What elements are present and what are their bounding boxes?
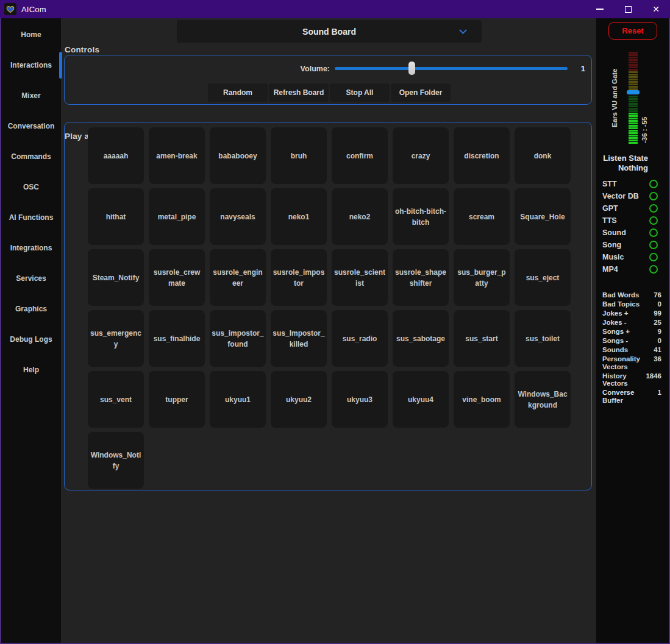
sound-button-windows-background[interactable]: Windows_Background <box>515 371 571 428</box>
chevron-down-icon <box>459 26 467 34</box>
titlebar[interactable]: AICom ✕ <box>0 0 670 18</box>
status-indicator-icon <box>649 241 658 249</box>
sidebar-item-interactions[interactable]: Interactions <box>1 50 61 80</box>
sidebar-item-integrations[interactable]: Integrations <box>1 233 61 263</box>
close-icon: ✕ <box>652 5 660 13</box>
sidebar-item-graphics[interactable]: Graphics <box>1 294 61 324</box>
stat-label: Jokes + <box>602 310 629 317</box>
sound-button-ukyuu3[interactable]: ukyuu3 <box>332 371 388 428</box>
refresh-board-button[interactable]: Refresh Board <box>269 83 329 102</box>
volume-slider-track[interactable] <box>335 67 568 70</box>
app-logo-icon <box>4 3 16 15</box>
status-indicator-icon <box>649 192 658 200</box>
stat-row-bad-words: Bad Words76 <box>596 291 669 299</box>
minimize-button[interactable] <box>586 0 614 18</box>
meter-segment <box>629 105 638 107</box>
sidebar-item-mixer[interactable]: Mixer <box>1 80 61 111</box>
sound-button-sus-emergency[interactable]: sus_emergency <box>88 310 144 367</box>
sound-button-sus-radio[interactable]: sus_radio <box>332 310 388 367</box>
window-title: AICom <box>21 5 46 14</box>
maximize-button[interactable] <box>614 0 642 18</box>
sound-button-vine-boom[interactable]: vine_boom <box>454 371 510 428</box>
sound-button-confirm[interactable]: confirm <box>332 127 388 184</box>
sound-button-sus-toilet[interactable]: sus_toilet <box>515 310 571 367</box>
sound-button-ukyuu1[interactable]: ukyuu1 <box>210 371 266 428</box>
sound-button-aaaaah[interactable]: aaaaah <box>88 127 144 184</box>
sound-button-tupper[interactable]: tupper <box>149 371 205 428</box>
listen-state-value: Nothing <box>596 163 648 173</box>
sound-button-neko2[interactable]: neko2 <box>332 188 388 245</box>
sound-button-susrole-engineer[interactable]: susrole_engineer <box>210 249 266 306</box>
stop-all-button[interactable]: Stop All <box>330 83 390 102</box>
sound-button-susrole-crewmate[interactable]: susrole_crewmate <box>149 249 205 306</box>
sound-button-susrole-scientist[interactable]: susrole_scientist <box>332 249 388 306</box>
sound-button-ukyuu4[interactable]: ukyuu4 <box>393 371 449 428</box>
sidebar-item-home[interactable]: Home <box>1 19 61 50</box>
sidebar-item-debug-logs[interactable]: Debug Logs <box>1 324 61 355</box>
sidebar-item-osc[interactable]: OSC <box>1 172 61 202</box>
sound-button-oh-bitch-bitch-bitch[interactable]: oh-bitch-bitch-bitch <box>393 188 449 245</box>
listen-state-label: Listen State <box>596 154 648 163</box>
sound-button-sus-vent[interactable]: sus_vent <box>88 371 144 428</box>
board-selector-dropdown[interactable]: Sound Board <box>177 20 482 43</box>
status-label: TTS <box>602 216 617 225</box>
close-button[interactable]: ✕ <box>642 0 670 18</box>
sound-button-amen-break[interactable]: amen-break <box>149 127 205 184</box>
sidebar-item-commands[interactable]: Commands <box>1 141 61 172</box>
status-row-tts: TTS <box>596 214 669 227</box>
sound-button-ukyuu2[interactable]: ukyuu2 <box>271 371 327 428</box>
sound-button-metal-pipe[interactable]: metal_pipe <box>149 188 205 245</box>
sidebar-item-label: Integrations <box>10 244 52 252</box>
sound-button-sus-start[interactable]: sus_start <box>454 310 510 367</box>
sound-button-sus-sabotage[interactable]: sus_sabotage <box>393 310 449 367</box>
sound-button-susrole-shapeshifter[interactable]: susrole_shapeshifter <box>393 249 449 306</box>
sidebar-item-help[interactable]: Help <box>1 355 61 385</box>
status-row-vector-db: Vector DB <box>596 190 669 202</box>
sound-button-bruh[interactable]: bruh <box>271 127 327 184</box>
sound-button-crazy[interactable]: crazy <box>393 127 449 184</box>
meter-segment <box>629 98 638 100</box>
stat-value: 76 <box>654 291 661 299</box>
sound-button-bababooey[interactable]: bababooey <box>210 127 266 184</box>
sidebar-item-ai-functions[interactable]: AI Functions <box>1 202 61 233</box>
status-label: Song <box>602 241 621 249</box>
status-row-song: Song <box>596 239 669 251</box>
sound-button-square-hole[interactable]: Square_Hole <box>515 188 571 245</box>
sound-button-sus-impostor-found[interactable]: sus_impostor_found <box>210 310 266 367</box>
stat-row-personality-vectors: Personality Vectors36 <box>596 355 669 370</box>
sidebar-item-conversation[interactable]: Conversation <box>1 111 61 141</box>
sound-button-discretion[interactable]: discretion <box>454 127 510 184</box>
sound-button-sus-eject[interactable]: sus_eject <box>515 249 571 306</box>
sound-button-susrole-impostor[interactable]: susrole_impostor <box>271 249 327 306</box>
meter-segment <box>629 62 638 63</box>
sidebar-item-services[interactable]: Services <box>1 263 61 294</box>
volume-slider-handle[interactable] <box>408 62 415 75</box>
sound-button-windows-notify[interactable]: Windows_Notify <box>88 432 144 489</box>
stat-value: 25 <box>654 319 661 327</box>
sound-button-hithat[interactable]: hithat <box>88 188 144 245</box>
status-label: Sound <box>602 228 626 237</box>
active-indicator <box>59 52 62 79</box>
sound-button-navyseals[interactable]: navyseals <box>210 188 266 245</box>
app-window: AICom ✕ HomeInteractionsMixerConversatio… <box>0 0 670 644</box>
volume-slider[interactable] <box>335 62 568 75</box>
meter-segment <box>629 101 638 102</box>
random-button[interactable]: Random <box>208 83 268 102</box>
open-folder-button[interactable]: Open Folder <box>391 83 451 102</box>
stat-value: 9 <box>658 328 661 336</box>
sound-button-sus-impostor-killed[interactable]: sus_Impostor_killed <box>271 310 327 367</box>
controls-group-title: Controls <box>65 45 99 54</box>
sound-button-scream[interactable]: scream <box>454 188 510 245</box>
sound-button-sus-burger-patty[interactable]: sus_burger_patty <box>454 249 510 306</box>
sound-button-sus-finalhide[interactable]: sus_finalhide <box>149 310 205 367</box>
meter-segment <box>629 71 638 73</box>
sound-button-donk[interactable]: donk <box>515 127 571 184</box>
stat-row-jokes: Jokes -25 <box>596 319 669 327</box>
sound-button-neko1[interactable]: neko1 <box>271 188 327 245</box>
stat-label: History Vectors <box>602 372 644 387</box>
sound-button-steam-notify[interactable]: Steam_Notify <box>88 249 144 306</box>
sidebar-item-label: Conversation <box>8 122 55 130</box>
meter-segment <box>629 113 638 115</box>
status-label: MP4 <box>602 265 618 274</box>
main-content: Sound Board Controls Volume: 1 RandomRef… <box>61 18 596 643</box>
